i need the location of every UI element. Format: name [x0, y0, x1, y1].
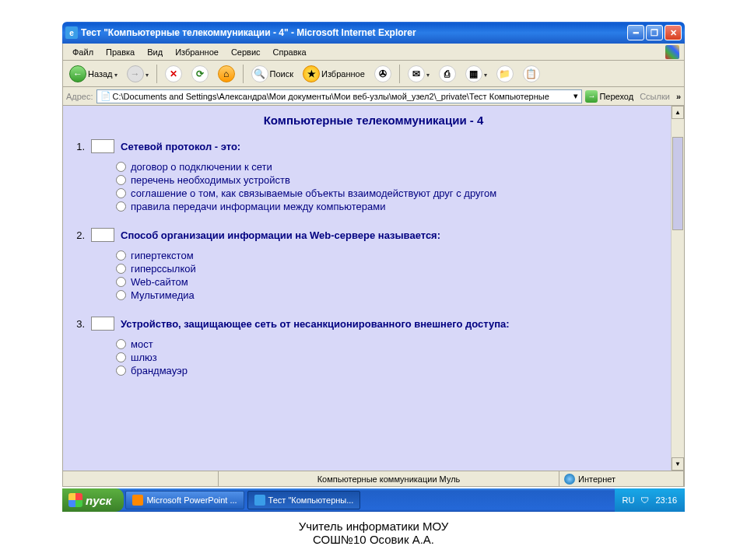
history-icon: ✇ — [374, 65, 391, 82]
folder-button[interactable]: 📁 — [493, 64, 517, 84]
option-radio[interactable] — [116, 366, 126, 376]
mail-icon: ✉ — [408, 65, 425, 82]
question-number: 3. — [72, 318, 85, 330]
page-title: Компьютерные телекоммуникации - 4 — [72, 114, 675, 127]
language-indicator[interactable]: RU — [622, 495, 635, 505]
option-radio[interactable] — [116, 264, 126, 274]
question: 1. Сетевой протокол - это:договор о подк… — [72, 139, 675, 212]
folder-icon: 📁 — [496, 65, 514, 82]
clock[interactable]: 23:16 — [655, 495, 677, 505]
chevron-icon[interactable]: » — [676, 92, 681, 101]
search-button[interactable]: 🔍Поиск — [248, 64, 296, 84]
print-icon: ⎙ — [439, 65, 456, 82]
option: брандмауэр — [116, 365, 675, 376]
window-title: Тест "Компьютерные телекоммуникации - 4"… — [81, 27, 627, 38]
mail-button[interactable]: ✉ — [405, 64, 433, 84]
home-button[interactable]: ⌂ — [215, 64, 238, 84]
option-radio[interactable] — [116, 162, 126, 172]
option-label: соглашение о том, как связываемые объект… — [131, 187, 496, 199]
close-button[interactable]: ✕ — [665, 25, 682, 40]
refresh-button[interactable]: ⟳ — [188, 64, 212, 84]
print-button[interactable]: ⎙ — [436, 64, 459, 84]
task-app-icon — [132, 495, 143, 506]
taskbar-item[interactable]: Microsoft PowerPoint ... — [125, 491, 244, 509]
favorites-label: Избранное — [321, 69, 365, 79]
question: 3. Устройство, защищающее сеть от несанк… — [72, 317, 675, 376]
menu-favorites[interactable]: Избранное — [169, 46, 225, 58]
tray-icon[interactable]: 🛡 — [640, 495, 649, 505]
option-label: шлюз — [131, 352, 157, 363]
minimize-button[interactable]: ━ — [627, 25, 644, 40]
address-value: C:\Documents and Settings\Александра\Мои… — [113, 92, 549, 101]
caption-line1: Учитель информатики МОУ — [0, 520, 747, 533]
option: договор о подключении к сети — [116, 161, 675, 173]
search-label: Поиск — [270, 69, 293, 79]
scrollbar-thumb[interactable] — [672, 137, 683, 230]
back-button[interactable]: ←Назад — [66, 64, 121, 84]
vertical-scrollbar[interactable]: ▲ ▼ — [671, 106, 684, 471]
start-button[interactable]: пуск — [62, 488, 124, 512]
star-icon: ★ — [303, 65, 320, 82]
option: шлюз — [116, 352, 675, 363]
task-label: Microsoft PowerPoint ... — [146, 495, 237, 505]
favorites-button[interactable]: ★Избранное — [300, 64, 368, 84]
caption-line2: СОШ№10 Осовик А.А. — [0, 533, 747, 546]
status-bar: Компьютерные коммуникации Муль Интернет — [62, 471, 685, 487]
option-radio[interactable] — [116, 290, 126, 300]
go-button[interactable]: →Переход — [585, 90, 633, 103]
research-icon: 📋 — [523, 65, 540, 82]
globe-icon — [564, 474, 575, 485]
stop-button[interactable]: ✕ — [162, 64, 185, 84]
option-label: гиперссылкой — [131, 263, 196, 275]
option: гипертекстом — [116, 250, 675, 261]
option-radio[interactable] — [116, 352, 126, 362]
answer-box[interactable] — [91, 317, 114, 331]
menu-help[interactable]: Справка — [267, 46, 313, 58]
system-tray: RU 🛡 23:16 — [615, 488, 685, 512]
option-radio[interactable] — [116, 175, 126, 185]
zone-label: Интернет — [578, 474, 615, 484]
option-radio[interactable] — [116, 250, 126, 261]
go-icon: → — [585, 90, 598, 103]
back-icon: ← — [69, 65, 86, 82]
option-label: договор о подключении к сети — [131, 161, 272, 173]
address-label: Адрес: — [66, 92, 93, 101]
history-button[interactable]: ✇ — [371, 64, 395, 84]
research-button[interactable]: 📋 — [520, 64, 543, 84]
scroll-up-icon[interactable]: ▲ — [672, 106, 684, 119]
address-input[interactable]: 📄C:\Documents and Settings\Александра\Мо… — [96, 89, 583, 103]
forward-button[interactable]: → — [124, 64, 152, 84]
option-radio[interactable] — [116, 201, 126, 212]
menu-bar: Файл Правка Вид Избранное Сервис Справка — [62, 44, 685, 61]
option-radio[interactable] — [116, 339, 126, 349]
question-number: 1. — [72, 141, 85, 152]
question: 2. Способ организации информации на Web-… — [72, 228, 675, 301]
option: перечень необходимых устройств — [116, 174, 675, 186]
option-radio[interactable] — [116, 188, 126, 198]
menu-tools[interactable]: Сервис — [225, 46, 267, 58]
option-label: Web-сайтом — [131, 276, 188, 288]
question-text: Устройство, защищающее сеть от несанкцио… — [121, 318, 510, 330]
option: мост — [116, 338, 675, 350]
edit-button[interactable]: ▦ — [462, 64, 490, 84]
edit-icon: ▦ — [465, 65, 482, 82]
forward-icon: → — [127, 65, 144, 82]
task-label: Тест "Компьютерны... — [268, 495, 354, 505]
question-text: Сетевой протокол - это: — [121, 141, 240, 152]
menu-edit[interactable]: Правка — [100, 46, 141, 58]
menu-file[interactable]: Файл — [66, 46, 100, 58]
links-label[interactable]: Ссылки — [637, 92, 673, 101]
stop-icon: ✕ — [165, 65, 182, 82]
scroll-down-icon[interactable]: ▼ — [672, 457, 684, 471]
ie-icon: e — [65, 26, 78, 39]
windows-flag-icon — [665, 45, 679, 59]
answer-box[interactable] — [91, 139, 114, 153]
maximize-button[interactable]: ❐ — [646, 25, 663, 40]
menu-view[interactable]: Вид — [141, 46, 169, 58]
option-label: Мультимедиа — [131, 289, 195, 301]
option-radio[interactable] — [116, 277, 126, 287]
answer-box[interactable] — [91, 228, 114, 242]
question-number: 2. — [72, 229, 85, 241]
taskbar-item[interactable]: Тест "Компьютерны... — [247, 491, 361, 509]
back-label: Назад — [88, 69, 113, 79]
